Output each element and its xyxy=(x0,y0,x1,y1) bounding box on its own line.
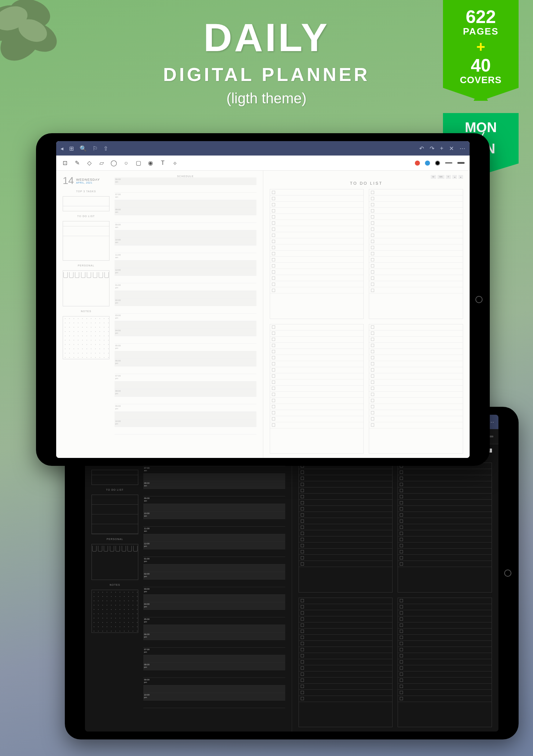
todo-line[interactable] xyxy=(270,410,364,416)
todo-line[interactable] xyxy=(299,530,393,536)
schedule-row[interactable] xyxy=(143,474,285,481)
todo-line[interactable] xyxy=(270,386,364,392)
todo-line[interactable] xyxy=(270,202,364,208)
schedule-row[interactable] xyxy=(115,185,256,193)
todo-line[interactable] xyxy=(299,598,393,604)
todo-line[interactable] xyxy=(369,195,463,202)
schedule-row[interactable]: 07:00pm xyxy=(143,648,285,655)
todo-line[interactable] xyxy=(270,324,364,330)
schedule-row[interactable]: 06:00pm xyxy=(143,633,285,640)
todo-line[interactable] xyxy=(299,524,393,530)
todo-line[interactable] xyxy=(270,220,364,226)
todo-line[interactable] xyxy=(398,549,492,555)
todo-line[interactable] xyxy=(299,653,393,659)
todo-line[interactable] xyxy=(270,263,364,269)
schedule-row[interactable] xyxy=(115,230,256,238)
todo-line[interactable] xyxy=(299,635,393,641)
todo-line[interactable] xyxy=(398,561,492,567)
schedule-row[interactable]: 09:00pm xyxy=(143,678,285,685)
todo-line[interactable] xyxy=(369,202,463,208)
todo-line[interactable] xyxy=(398,684,492,690)
todo-line[interactable] xyxy=(299,622,393,629)
todo-line[interactable] xyxy=(299,481,393,487)
schedule-row[interactable]: 01:00pm xyxy=(115,283,256,291)
schedule-row[interactable] xyxy=(143,610,285,617)
schedule-row[interactable] xyxy=(115,397,256,404)
notes-box[interactable] xyxy=(91,590,138,633)
todo-cell[interactable] xyxy=(299,598,393,728)
schedule-row[interactable]: 12:00pm xyxy=(143,542,285,549)
color-black[interactable] xyxy=(435,161,440,166)
schedule-row[interactable]: 08:00pm xyxy=(143,663,285,670)
todo-line[interactable] xyxy=(299,647,393,653)
schedule-row[interactable] xyxy=(143,549,285,557)
text-tool-icon[interactable]: T xyxy=(159,159,166,167)
nav-btn-▸[interactable]: ▸ xyxy=(458,175,463,179)
nav-btn-M[interactable]: M xyxy=(431,175,436,179)
share-icon[interactable]: ⇧ xyxy=(103,145,108,152)
todo-line[interactable] xyxy=(398,604,492,610)
todo-line[interactable] xyxy=(270,343,364,349)
todo-line[interactable] xyxy=(270,404,364,410)
schedule-row[interactable]: 02:00pm xyxy=(115,298,256,306)
todo-line[interactable] xyxy=(369,386,463,392)
todo-line[interactable] xyxy=(398,487,492,494)
todo-line[interactable] xyxy=(299,469,393,475)
top3-box[interactable] xyxy=(63,196,109,211)
add-icon[interactable]: + xyxy=(440,145,443,152)
todo-line[interactable] xyxy=(369,208,463,214)
todo-line[interactable] xyxy=(369,226,463,232)
redo-icon[interactable]: ↷ xyxy=(430,145,434,152)
todo-line[interactable] xyxy=(299,494,393,500)
schedule-row[interactable] xyxy=(143,655,285,663)
todo-line[interactable] xyxy=(369,422,463,428)
todo-line[interactable] xyxy=(369,361,463,367)
todo-line[interactable] xyxy=(369,287,463,293)
schedule-row[interactable] xyxy=(115,382,256,389)
todo-line[interactable] xyxy=(369,355,463,361)
personal-box[interactable] xyxy=(91,544,138,580)
schedule-grid[interactable]: 06:00am07:00am08:00am09:00am10:00am11:00… xyxy=(115,177,256,435)
schedule-row[interactable]: 08:00am xyxy=(115,208,256,215)
todo-line[interactable] xyxy=(270,349,364,355)
schedule-row[interactable] xyxy=(143,625,285,633)
todo-line[interactable] xyxy=(369,373,463,379)
bookmark-icon[interactable]: ⚐ xyxy=(93,145,98,152)
schedule-row[interactable]: 03:00pm xyxy=(143,587,285,595)
todo-line[interactable] xyxy=(270,214,364,220)
top3-box[interactable] xyxy=(91,470,138,485)
todo-line[interactable] xyxy=(369,244,463,251)
todo-line[interactable] xyxy=(299,475,393,481)
todo-line[interactable] xyxy=(369,281,463,287)
grid-icon[interactable]: ⊞ xyxy=(69,145,74,152)
todo-line[interactable] xyxy=(299,604,393,610)
todo-grid[interactable] xyxy=(299,463,492,727)
todo-line[interactable] xyxy=(398,481,492,487)
todo-line[interactable] xyxy=(398,524,492,530)
todo-line[interactable] xyxy=(398,647,492,653)
search-icon[interactable]: 🔍 xyxy=(80,145,87,152)
todo-line[interactable] xyxy=(369,263,463,269)
todo-cell[interactable] xyxy=(369,324,463,454)
todo-line[interactable] xyxy=(270,379,364,386)
home-button[interactable] xyxy=(475,296,483,303)
schedule-row[interactable]: 10:00am xyxy=(143,512,285,519)
todo-line[interactable] xyxy=(299,659,393,665)
todo-line[interactable] xyxy=(398,696,492,702)
todo-line[interactable] xyxy=(299,696,393,702)
todo-line[interactable] xyxy=(270,257,364,263)
todo-line[interactable] xyxy=(299,487,393,494)
todo-line[interactable] xyxy=(398,469,492,475)
schedule-row[interactable]: 04:00pm xyxy=(115,329,256,336)
schedule-row[interactable] xyxy=(143,534,285,542)
todo-line[interactable] xyxy=(398,665,492,671)
camera-tool-icon[interactable]: ◉ xyxy=(147,159,154,167)
todo-line[interactable] xyxy=(398,690,492,696)
lasso-tool-icon[interactable]: ◯ xyxy=(110,159,117,167)
todo-line[interactable] xyxy=(398,506,492,512)
todo-line[interactable] xyxy=(299,610,393,616)
more-icon[interactable]: ⋯ xyxy=(460,145,465,152)
schedule-row[interactable] xyxy=(115,261,256,268)
todo-grid[interactable] xyxy=(270,189,463,454)
schedule-row[interactable]: 09:00am xyxy=(143,496,285,504)
